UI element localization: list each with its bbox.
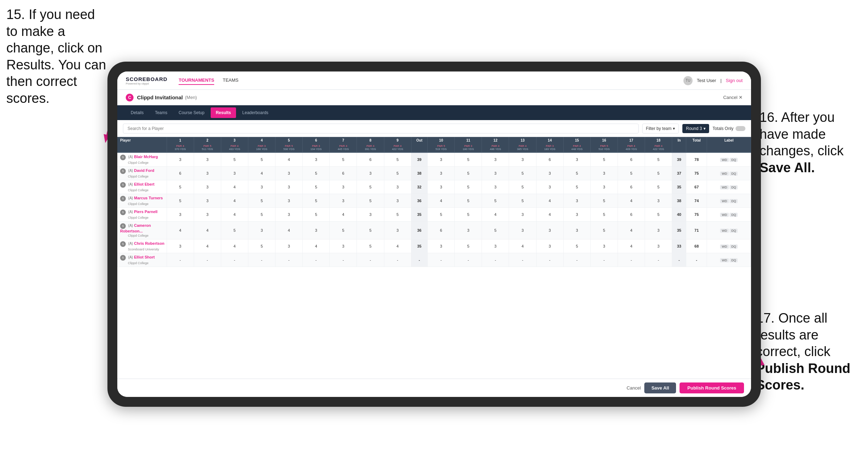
tab-course-setup[interactable]: Course Setup	[174, 107, 209, 118]
wd-button[interactable]: WD	[720, 213, 729, 217]
score-hole-13[interactable]: 5	[509, 180, 536, 194]
score-hole-11[interactable]: 5	[455, 167, 482, 180]
score-hole-15[interactable]: -	[563, 253, 590, 267]
score-hole-7[interactable]: 3	[330, 180, 357, 194]
score-hole-5[interactable]: 3	[275, 180, 303, 194]
score-hole-7[interactable]: 5	[330, 222, 357, 239]
cancel-button[interactable]: Cancel	[627, 385, 641, 391]
tab-teams[interactable]: Teams	[150, 107, 172, 118]
score-hole-10[interactable]: 3	[428, 180, 455, 194]
cancel-top-button[interactable]: Cancel ✕	[723, 95, 743, 100]
score-hole-12[interactable]: 3	[482, 152, 509, 167]
score-hole-15[interactable]: 5	[563, 239, 590, 253]
score-hole-18[interactable]: -	[645, 253, 672, 267]
score-hole-18[interactable]: 5	[645, 180, 672, 194]
score-hole-4[interactable]: 3	[248, 180, 275, 194]
score-hole-13[interactable]: 4	[509, 239, 536, 253]
score-hole-5[interactable]: 3	[275, 167, 303, 180]
wd-button[interactable]: WD	[720, 158, 729, 162]
score-hole-14[interactable]: 3	[536, 167, 563, 180]
score-hole-14[interactable]: 4	[536, 208, 563, 222]
score-hole-8[interactable]: 5	[357, 222, 384, 239]
score-hole-6[interactable]: 3	[303, 222, 330, 239]
score-hole-4[interactable]: 5	[248, 239, 275, 253]
wd-button[interactable]: WD	[720, 172, 729, 176]
score-hole-10[interactable]: 6	[428, 222, 455, 239]
score-hole-5[interactable]: 4	[275, 152, 303, 167]
score-hole-5[interactable]: 3	[275, 208, 303, 222]
dq-button[interactable]: DQ	[730, 185, 738, 189]
wd-button[interactable]: WD	[720, 244, 729, 249]
score-hole-4[interactable]: 5	[248, 152, 275, 167]
score-hole-5[interactable]: -	[275, 253, 303, 267]
score-hole-9[interactable]: 3	[384, 222, 411, 239]
score-hole-10[interactable]: 3	[428, 239, 455, 253]
score-hole-4[interactable]: 5	[248, 208, 275, 222]
score-hole-15[interactable]: 3	[563, 152, 590, 167]
score-hole-2[interactable]: 3	[194, 180, 221, 194]
score-hole-2[interactable]: 4	[194, 239, 221, 253]
search-input[interactable]	[123, 124, 639, 133]
score-hole-17[interactable]: 4	[618, 194, 645, 208]
score-hole-12[interactable]: 3	[482, 180, 509, 194]
score-hole-6[interactable]: 5	[303, 194, 330, 208]
score-hole-11[interactable]: 5	[455, 180, 482, 194]
score-hole-16[interactable]: 3	[590, 239, 618, 253]
score-hole-14[interactable]: 3	[536, 180, 563, 194]
score-hole-11[interactable]: 5	[455, 194, 482, 208]
score-hole-9[interactable]: 3	[384, 194, 411, 208]
score-hole-11[interactable]: 5	[455, 208, 482, 222]
score-hole-10[interactable]: 3	[428, 167, 455, 180]
tab-details[interactable]: Details	[126, 107, 149, 118]
score-hole-17[interactable]: 5	[618, 167, 645, 180]
score-hole-18[interactable]: 3	[645, 194, 672, 208]
score-hole-17[interactable]: 4	[618, 222, 645, 239]
score-hole-14[interactable]: -	[536, 253, 563, 267]
score-hole-4[interactable]: 5	[248, 194, 275, 208]
score-hole-2[interactable]: 4	[194, 222, 221, 239]
dq-button[interactable]: DQ	[730, 199, 738, 203]
score-hole-7[interactable]: 6	[330, 167, 357, 180]
score-hole-3[interactable]: 5	[221, 222, 248, 239]
score-hole-14[interactable]: 3	[536, 239, 563, 253]
score-hole-8[interactable]: -	[357, 253, 384, 267]
dq-button[interactable]: DQ	[730, 258, 738, 262]
score-hole-3[interactable]: 3	[221, 167, 248, 180]
score-hole-11[interactable]: 5	[455, 152, 482, 167]
score-hole-4[interactable]: 4	[248, 167, 275, 180]
score-hole-6[interactable]: 5	[303, 208, 330, 222]
score-hole-1[interactable]: -	[167, 253, 194, 267]
score-hole-18[interactable]: 3	[645, 222, 672, 239]
score-hole-3[interactable]: 4	[221, 194, 248, 208]
score-hole-15[interactable]: 3	[563, 222, 590, 239]
dq-button[interactable]: DQ	[730, 158, 738, 162]
sign-out-link[interactable]: Sign out	[726, 78, 743, 83]
score-hole-1[interactable]: 4	[167, 222, 194, 239]
totals-toggle-switch[interactable]	[736, 126, 745, 131]
score-hole-2[interactable]: 3	[194, 167, 221, 180]
dq-button[interactable]: DQ	[730, 244, 738, 249]
score-hole-17[interactable]: -	[618, 253, 645, 267]
score-hole-17[interactable]: 6	[618, 208, 645, 222]
score-hole-13[interactable]: 3	[509, 152, 536, 167]
nav-link-teams[interactable]: TEAMS	[223, 76, 238, 85]
score-hole-16[interactable]: 5	[590, 222, 618, 239]
score-hole-1[interactable]: 6	[167, 167, 194, 180]
score-hole-2[interactable]: 3	[194, 194, 221, 208]
score-hole-14[interactable]: 4	[536, 194, 563, 208]
score-hole-3[interactable]: -	[221, 253, 248, 267]
score-hole-6[interactable]: 3	[303, 152, 330, 167]
score-hole-12[interactable]: 3	[482, 167, 509, 180]
score-hole-17[interactable]: 4	[618, 239, 645, 253]
score-hole-1[interactable]: 3	[167, 208, 194, 222]
score-hole-10[interactable]: -	[428, 253, 455, 267]
nav-link-tournaments[interactable]: TOURNAMENTS	[179, 76, 214, 85]
score-hole-15[interactable]: 3	[563, 194, 590, 208]
score-hole-3[interactable]: 5	[221, 152, 248, 167]
score-hole-8[interactable]: 6	[357, 152, 384, 167]
score-hole-10[interactable]: 4	[428, 194, 455, 208]
score-hole-16[interactable]: 3	[590, 167, 618, 180]
score-hole-3[interactable]: 4	[221, 180, 248, 194]
score-hole-11[interactable]: 5	[455, 239, 482, 253]
score-hole-3[interactable]: 4	[221, 239, 248, 253]
